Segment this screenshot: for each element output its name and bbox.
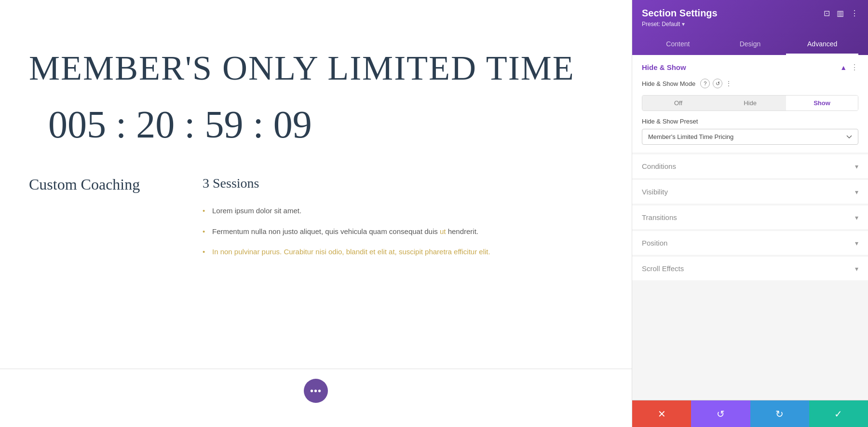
countdown-hours: 20 bbox=[136, 103, 175, 147]
list-item: Fermentum nulla non justo aliquet, quis … bbox=[203, 221, 603, 242]
visibility-section[interactable]: Visibility ▾ bbox=[632, 180, 868, 204]
position-title: Position bbox=[642, 239, 667, 247]
toggle-hide[interactable]: Hide bbox=[714, 96, 786, 110]
more-vertical-icon[interactable]: ⋮ bbox=[851, 9, 858, 18]
countdown-seconds: 09 bbox=[273, 103, 312, 147]
mode-row: Hide & Show Mode ? ↺ ⋮ bbox=[642, 79, 858, 88]
tab-row: Content Design Advanced bbox=[642, 34, 858, 55]
hide-show-section: Hide & Show ▲ ⋮ Hide & Show Mode ? ↺ ⋮ O… bbox=[632, 55, 868, 152]
transitions-section[interactable]: Transitions ▾ bbox=[632, 206, 868, 229]
visibility-chevron-icon: ▾ bbox=[855, 188, 858, 196]
coaching-title: Custom Coaching bbox=[29, 176, 164, 262]
panel-header-icons: ⊡ ▥ ⋮ bbox=[824, 9, 858, 18]
sessions-col: 3 Sessions Lorem ipsum dolor sit amet. F… bbox=[203, 176, 603, 262]
hide-show-header: Hide & Show ▲ ⋮ bbox=[642, 63, 858, 72]
tab-advanced[interactable]: Advanced bbox=[786, 34, 858, 55]
hide-show-more-icon[interactable]: ⋮ bbox=[851, 63, 858, 72]
scroll-effects-title: Scroll Effects bbox=[642, 264, 684, 273]
visibility-header: Visibility ▾ bbox=[642, 188, 858, 196]
screen-icon[interactable]: ⊡ bbox=[824, 9, 830, 18]
hero-title: MEMBER'S ONLY LIMITED TIME bbox=[29, 48, 603, 88]
hide-show-preset-row: Hide & Show Preset Member's Limited Time… bbox=[642, 118, 858, 145]
panel-body: Hide & Show ▲ ⋮ Hide & Show Mode ? ↺ ⋮ O… bbox=[632, 55, 868, 400]
mode-icons: ? ↺ ⋮ bbox=[700, 79, 732, 88]
toggle-off[interactable]: Off bbox=[642, 96, 714, 110]
mode-more-icon[interactable]: ⋮ bbox=[725, 80, 732, 87]
redo-button[interactable]: ↻ bbox=[750, 400, 809, 427]
preset-row-label: Hide & Show Preset bbox=[642, 118, 858, 125]
countdown-sep-2: : bbox=[184, 103, 195, 147]
conditions-chevron-icon: ▾ bbox=[855, 163, 858, 170]
countdown-minutes: 59 bbox=[204, 103, 243, 147]
layout-icon[interactable]: ▥ bbox=[837, 9, 844, 18]
scroll-effects-header: Scroll Effects ▾ bbox=[642, 264, 858, 273]
floating-button[interactable]: ••• bbox=[304, 379, 328, 403]
position-section[interactable]: Position ▾ bbox=[632, 231, 868, 255]
settings-panel: Section Settings ⊡ ▥ ⋮ Preset: Default ▾… bbox=[632, 0, 868, 427]
conditions-title: Conditions bbox=[642, 162, 676, 170]
transitions-title: Transitions bbox=[642, 213, 677, 221]
panel-header: Section Settings ⊡ ▥ ⋮ Preset: Default ▾… bbox=[632, 0, 868, 55]
sessions-title: 3 Sessions bbox=[203, 176, 603, 191]
content-row: Custom Coaching 3 Sessions Lorem ipsum d… bbox=[29, 176, 603, 262]
panel-header-top: Section Settings ⊡ ▥ ⋮ bbox=[642, 8, 858, 19]
conditions-header: Conditions ▾ bbox=[642, 162, 858, 170]
position-header: Position ▾ bbox=[642, 239, 858, 247]
toggle-group: Off Hide Show bbox=[642, 95, 858, 111]
bottom-toolbar: ✕ ↺ ↻ ✓ bbox=[632, 400, 868, 427]
visibility-title: Visibility bbox=[642, 188, 668, 196]
scroll-effects-section[interactable]: Scroll Effects ▾ bbox=[632, 257, 868, 280]
tab-design[interactable]: Design bbox=[714, 34, 787, 55]
mode-label: Hide & Show Mode bbox=[642, 80, 695, 87]
position-chevron-icon: ▾ bbox=[855, 239, 858, 247]
cancel-button[interactable]: ✕ bbox=[632, 400, 691, 427]
list-item: In non pulvinar purus. Curabitur nisi od… bbox=[203, 242, 603, 262]
hide-show-collapse-icon[interactable]: ▲ bbox=[840, 64, 847, 71]
countdown-sep-1: : bbox=[116, 103, 126, 147]
list-item: Lorem ipsum dolor sit amet. bbox=[203, 201, 603, 221]
scroll-effects-chevron-icon: ▾ bbox=[855, 265, 858, 273]
sessions-list: Lorem ipsum dolor sit amet. Fermentum nu… bbox=[203, 201, 603, 262]
hide-show-title: Hide & Show bbox=[642, 63, 686, 71]
countdown-row: 005 : 20 : 59 : 09 bbox=[29, 103, 603, 147]
countdown-sep-3: : bbox=[253, 103, 263, 147]
reset-button[interactable]: ↺ bbox=[691, 400, 750, 427]
panel-title: Section Settings bbox=[642, 8, 718, 19]
transitions-header: Transitions ▾ bbox=[642, 213, 858, 221]
countdown-days: 005 bbox=[48, 103, 106, 147]
save-button[interactable]: ✓ bbox=[809, 400, 868, 427]
hide-show-controls: ▲ ⋮ bbox=[840, 63, 858, 72]
divider-line bbox=[0, 369, 632, 369]
canvas-area: MEMBER'S ONLY LIMITED TIME 005 : 20 : 59… bbox=[0, 0, 632, 427]
tab-content[interactable]: Content bbox=[642, 34, 714, 55]
transitions-chevron-icon: ▾ bbox=[855, 214, 858, 221]
reset-mode-icon[interactable]: ↺ bbox=[713, 79, 722, 88]
help-icon[interactable]: ? bbox=[700, 79, 710, 88]
preset-select[interactable]: Member's Limited Time Pricing Default Cu… bbox=[642, 129, 858, 145]
conditions-section[interactable]: Conditions ▾ bbox=[632, 154, 868, 178]
toggle-show[interactable]: Show bbox=[786, 96, 858, 110]
preset-label: Preset: Default ▾ bbox=[642, 21, 858, 28]
